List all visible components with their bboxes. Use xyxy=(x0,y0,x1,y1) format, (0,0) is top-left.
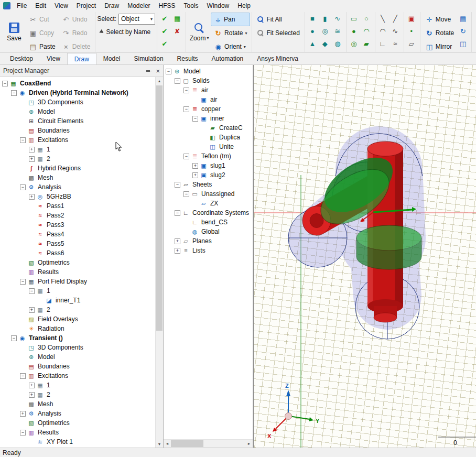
wave-icon[interactable] xyxy=(390,38,401,49)
expand-toggle[interactable]: − xyxy=(20,184,26,190)
expand-toggle[interactable]: + xyxy=(29,156,35,162)
menu-view[interactable]: View xyxy=(50,1,72,11)
tree-item-label[interactable]: Excitations xyxy=(37,136,69,144)
arc-line-icon[interactable] xyxy=(377,25,388,37)
tree-item-label[interactable]: CoaxBend xyxy=(19,80,52,87)
pin-icon[interactable] xyxy=(146,68,152,74)
tree-item-label[interactable]: Excitations xyxy=(37,372,69,379)
tree-item-label[interactable]: 1 xyxy=(46,382,51,389)
tree-item-label[interactable]: Pass1 xyxy=(46,202,65,210)
select-mode-dropdown[interactable]: Object xyxy=(118,14,155,25)
tree-item-label[interactable]: Unite xyxy=(218,143,235,150)
tree-item-label[interactable]: Pass6 xyxy=(46,249,65,257)
expand-toggle[interactable]: − xyxy=(11,335,17,341)
cut-button[interactable]: Cut xyxy=(26,13,59,26)
tree-item-label[interactable]: Unassigned xyxy=(200,190,235,198)
scroll-left-icon[interactable] xyxy=(164,440,171,448)
rotate-transform-button[interactable]: Rotate xyxy=(422,26,457,40)
menu-hfss[interactable]: HFSS xyxy=(155,1,180,11)
expand-toggle[interactable]: + xyxy=(175,248,180,254)
duplicate-mirror-icon[interactable] xyxy=(457,38,469,49)
select-by-name-button[interactable]: Select by Name xyxy=(97,25,155,39)
ellipse-icon[interactable] xyxy=(361,13,372,24)
expand-toggle[interactable]: − xyxy=(11,90,17,96)
project-tree-scrollbar[interactable] xyxy=(155,77,163,448)
expand-toggle[interactable]: − xyxy=(2,81,8,86)
show-check2-icon[interactable] xyxy=(159,25,170,37)
expand-toggle[interactable]: + xyxy=(20,411,26,417)
expand-toggle[interactable]: − xyxy=(175,182,180,188)
tree-item-label[interactable]: Analysis xyxy=(37,183,62,191)
spiral-icon[interactable] xyxy=(332,25,343,37)
menu-window[interactable]: Window xyxy=(203,1,234,11)
tab-ansys-minerva[interactable]: Ansys Minerva xyxy=(250,53,305,64)
tab-automation[interactable]: Automation xyxy=(205,53,251,64)
expand-toggle[interactable]: − xyxy=(20,279,26,285)
expand-toggle[interactable]: − xyxy=(183,154,189,159)
tree-item-label[interactable]: 2 xyxy=(46,155,51,162)
expand-toggle[interactable]: − xyxy=(192,116,198,122)
line-icon[interactable] xyxy=(377,13,388,24)
scrollbar-thumb[interactable] xyxy=(171,440,203,447)
expand-toggle[interactable]: + xyxy=(29,307,35,313)
expand-toggle[interactable]: + xyxy=(192,172,198,178)
menu-tools[interactable]: Tools xyxy=(180,1,203,11)
tree-item-label[interactable]: Teflon (tm) xyxy=(200,153,232,160)
expand-toggle[interactable]: + xyxy=(175,238,180,244)
undo-button[interactable]: Undo xyxy=(59,13,94,26)
tree-item-label[interactable]: Duplica xyxy=(218,134,241,141)
tab-model[interactable]: Model xyxy=(96,53,127,64)
box-icon[interactable] xyxy=(307,13,318,24)
zoom-button[interactable]: Zoom xyxy=(188,13,211,51)
tree-item-label[interactable]: Mesh xyxy=(37,174,54,181)
move-button[interactable]: Move xyxy=(422,13,457,26)
viewport-3d[interactable]: Z Y X 0 xyxy=(253,65,476,448)
redo-button[interactable]: Redo xyxy=(59,26,94,40)
menu-edit[interactable]: Edit xyxy=(31,1,50,11)
show-check3-icon[interactable] xyxy=(159,38,170,49)
tree-item-label[interactable]: Results xyxy=(37,268,60,276)
expand-toggle[interactable]: + xyxy=(29,383,35,388)
expand-toggle[interactable]: − xyxy=(20,373,26,379)
tree-item-label[interactable]: Model xyxy=(37,108,56,115)
tree-item-label[interactable]: Radiation xyxy=(37,325,66,332)
polyline-icon[interactable] xyxy=(390,13,401,24)
angle-icon[interactable] xyxy=(377,38,388,49)
duplicate-axis-icon[interactable] xyxy=(457,25,469,37)
tree-item-label[interactable]: copper xyxy=(200,105,222,113)
tree-item-label[interactable]: Coordinate Systems xyxy=(191,209,250,216)
tree-item-label[interactable]: CreateC xyxy=(218,124,244,132)
model-object-slug2[interactable] xyxy=(356,225,421,269)
tab-view[interactable]: View xyxy=(40,53,67,64)
spline-icon[interactable] xyxy=(390,25,401,37)
expand-toggle[interactable]: − xyxy=(29,288,35,294)
tree-item-label[interactable]: Solids xyxy=(191,77,211,84)
plane-icon[interactable] xyxy=(406,38,417,49)
tree-item-label[interactable]: Sheets xyxy=(191,181,213,188)
menu-file[interactable]: File xyxy=(13,1,31,11)
expand-toggle[interactable]: − xyxy=(20,430,26,436)
expand-toggle[interactable]: + xyxy=(192,163,198,169)
tree-item-label[interactable]: Pass4 xyxy=(46,231,65,238)
circle-icon[interactable] xyxy=(348,25,360,37)
scroll-down-icon[interactable] xyxy=(156,440,163,448)
expand-toggle[interactable]: − xyxy=(183,88,189,93)
tree-item-label[interactable]: bend_CS xyxy=(200,219,229,226)
close-icon[interactable] xyxy=(156,68,160,74)
tab-draw[interactable]: Draw xyxy=(67,53,96,64)
arc-icon[interactable] xyxy=(361,25,372,37)
tree-item-label[interactable]: inner_T1 xyxy=(55,297,81,304)
menu-project[interactable]: Project xyxy=(72,1,100,11)
tree-item-label[interactable]: Transient () xyxy=(28,334,64,342)
tree-item-label[interactable]: Model xyxy=(37,353,56,361)
tree-item-label[interactable]: Planes xyxy=(191,237,213,245)
tree-item-label[interactable]: XY Plot 1 xyxy=(46,438,74,445)
expand-toggle[interactable]: − xyxy=(175,78,180,84)
tree-item-label[interactable]: Results xyxy=(37,429,60,436)
tree-item-label[interactable]: Model xyxy=(182,68,202,75)
duplicate-line-icon[interactable] xyxy=(457,13,469,24)
tab-results[interactable]: Results xyxy=(170,53,205,64)
model-tree-hscrollbar[interactable] xyxy=(164,439,253,448)
rectangle-icon[interactable] xyxy=(348,13,360,24)
tree-item-label[interactable]: Driven (Hybrid Terminal Network) xyxy=(28,89,129,96)
